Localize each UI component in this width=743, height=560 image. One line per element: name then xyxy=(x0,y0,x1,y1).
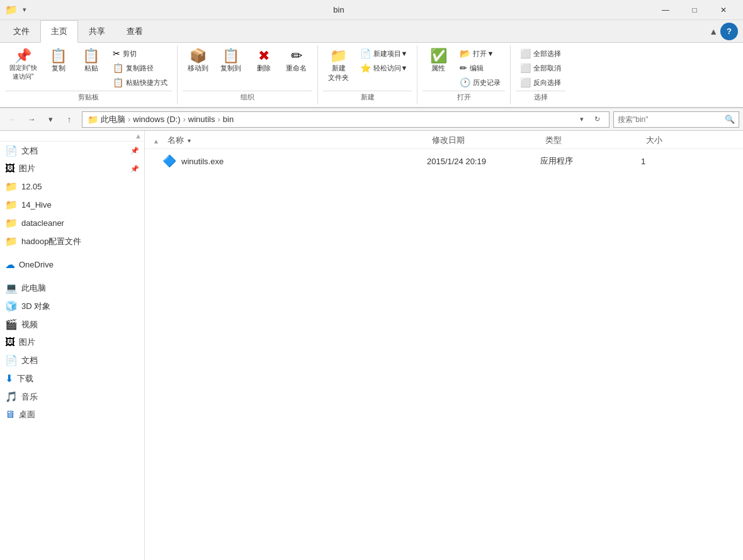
sidebar-label-videos: 视频 xyxy=(21,319,38,330)
maximize-button[interactable]: □ xyxy=(680,0,709,20)
pin-to-quick-access-button[interactable]: 📌 固定到"快速访问" xyxy=(5,47,42,84)
sidebar-item-desktop[interactable]: 🖥 桌面 xyxy=(0,406,144,423)
sidebar-item-music[interactable]: 🎵 音乐 xyxy=(0,388,144,406)
tab-home[interactable]: 主页 xyxy=(40,20,78,43)
file-name: winutils.exe xyxy=(181,157,224,166)
column-name[interactable]: 名称 ▾ xyxy=(162,132,427,148)
new-folder-button[interactable]: 📁 新建文件夹 xyxy=(323,47,354,85)
invert-label: 反向选择 xyxy=(533,78,561,87)
title-bar: 📁 ▾ bin — □ ✕ xyxy=(0,0,743,20)
invert-select-button[interactable]: ⬜ 反向选择 xyxy=(516,76,565,89)
new-item-label: 新建项目▼ xyxy=(373,49,408,59)
sidebar-item-14hive[interactable]: 📁 14_Hive xyxy=(0,196,144,214)
forward-button[interactable]: → xyxy=(23,111,40,128)
select-none-button[interactable]: ⬜ 全部取消 xyxy=(516,61,565,75)
address-dropdown: ▾ ↻ xyxy=(575,112,604,127)
copy-path-button[interactable]: 📋 复制路径 xyxy=(108,61,172,75)
pin-icon-documents: 📌 xyxy=(130,147,139,155)
paste-shortcut-button[interactable]: 📋 粘贴快捷方式 xyxy=(108,76,172,89)
sidebar-label-14hive: 14_Hive xyxy=(21,200,52,210)
pictures2-icon: 🖼 xyxy=(5,337,15,348)
organize-items: 📦 移动到 📋 复制到 ✖ 删除 ✏ 重命名 xyxy=(183,47,312,89)
sidebar-item-1205[interactable]: 📁 12.05 xyxy=(0,177,144,196)
copy-label: 复制 xyxy=(52,64,65,73)
sidebar-item-onedrive[interactable]: ☁ OneDrive xyxy=(0,255,144,274)
file-name-cell: 🔷 winutils.exe xyxy=(157,152,422,171)
tab-file[interactable]: 文件 xyxy=(3,20,40,43)
ribbon-group-open: ✅ 属性 📂 打开▼ ✏ 编辑 🕐 历史记录 打开 xyxy=(417,45,511,104)
sidebar: ▲ 📄 文档 📌 🖼 图片 📌 📁 12.05 📁 14_Hive 📁 data… xyxy=(0,131,145,560)
ribbon-group-new: 📁 新建文件夹 📄 新建项目▼ ⭐ 轻松访问▼ 新建 xyxy=(318,45,418,104)
copy-to-button[interactable]: 📋 复制到 xyxy=(215,47,247,76)
address-bar[interactable]: 📁 此电脑 › windows (D:) › winutils › bin ▾ … xyxy=(82,111,610,128)
copy-to-icon: 📋 xyxy=(222,49,239,63)
properties-button[interactable]: ✅ 属性 xyxy=(423,47,454,76)
edit-button[interactable]: ✏ 编辑 xyxy=(455,61,505,75)
search-bar[interactable]: 🔍 xyxy=(613,111,739,128)
back-button[interactable]: ← xyxy=(4,111,21,128)
tab-view[interactable]: 查看 xyxy=(116,20,154,43)
column-date[interactable]: 修改日期 xyxy=(427,132,540,148)
ribbon-group-organize: 📦 移动到 📋 复制到 ✖ 删除 ✏ 重命名 组织 xyxy=(178,45,318,104)
sidebar-label-datacleaner: datacleaner xyxy=(21,218,64,228)
sidebar-item-documents2[interactable]: 📄 文档 xyxy=(0,351,144,369)
delete-button[interactable]: ✖ 删除 xyxy=(248,47,280,76)
copy-path-label: 复制路径 xyxy=(126,64,154,73)
cut-label: 剪切 xyxy=(123,49,137,59)
tab-share[interactable]: 共享 xyxy=(78,20,116,43)
copy-path-icon: 📋 xyxy=(113,63,123,73)
recent-button[interactable]: ▾ xyxy=(42,111,59,128)
invert-icon: ⬜ xyxy=(520,77,531,87)
minimize-button[interactable]: — xyxy=(651,0,680,20)
sidebar-item-3d-objects[interactable]: 🧊 3D 对象 xyxy=(0,297,144,315)
sidebar-label-music: 音乐 xyxy=(21,391,38,403)
cut-button[interactable]: ✂ 剪切 xyxy=(108,47,172,60)
select-all-button[interactable]: ⬜ 全部选择 xyxy=(516,47,565,60)
search-input[interactable] xyxy=(618,115,722,124)
search-icon[interactable]: 🔍 xyxy=(725,115,735,124)
open-button[interactable]: 📂 打开▼ xyxy=(455,47,505,60)
sidebar-item-pictures[interactable]: 🖼 图片 📌 xyxy=(0,160,144,177)
main-area: ▲ 📄 文档 📌 🖼 图片 📌 📁 12.05 📁 14_Hive 📁 data… xyxy=(0,131,743,560)
sidebar-up-arrow[interactable]: ▲ xyxy=(135,132,142,140)
sidebar-item-downloads[interactable]: ⬇ 下载 xyxy=(0,369,144,388)
address-dropdown-button[interactable]: ▾ xyxy=(575,112,589,127)
folder-14hive-icon: 📁 xyxy=(5,199,18,211)
rename-button[interactable]: ✏ 重命名 xyxy=(281,47,312,76)
history-button[interactable]: 🕐 历史记录 xyxy=(455,76,505,89)
select-items: ⬜ 全部选择 ⬜ 全部取消 ⬜ 反向选择 xyxy=(516,47,565,89)
sidebar-item-pictures2[interactable]: 🖼 图片 xyxy=(0,333,144,351)
copy-button[interactable]: 📋 复制 xyxy=(43,47,74,76)
copy-to-label: 复制到 xyxy=(220,64,241,73)
address-pc: 此电脑 xyxy=(101,114,125,125)
open-group-label: 打开 xyxy=(423,91,505,103)
sidebar-label-desktop: 桌面 xyxy=(19,409,35,420)
paste-button[interactable]: 📋 粘贴 xyxy=(76,47,107,76)
sidebar-item-documents[interactable]: 📄 文档 📌 xyxy=(0,142,144,160)
copy-icon: 📋 xyxy=(50,49,67,63)
move-to-button[interactable]: 📦 移动到 xyxy=(183,47,214,76)
close-button[interactable]: ✕ xyxy=(709,0,738,20)
properties-icon: ✅ xyxy=(430,49,447,63)
new-item-button[interactable]: 📄 新建项目▼ xyxy=(356,47,412,60)
delete-label: 删除 xyxy=(257,64,271,73)
sidebar-item-datacleaner[interactable]: 📁 datacleaner xyxy=(0,214,144,232)
sidebar-item-hadoop[interactable]: 📁 hadoop配置文件 xyxy=(0,232,144,250)
up-button[interactable]: ↑ xyxy=(60,111,78,128)
ribbon-collapse-button[interactable]: ▲ xyxy=(709,26,718,36)
sidebar-label-hadoop: hadoop配置文件 xyxy=(21,236,81,247)
folder-hadoop-icon: 📁 xyxy=(5,235,18,247)
sidebar-item-this-pc[interactable]: 💻 此电脑 xyxy=(0,279,144,297)
sidebar-item-videos[interactable]: 🎬 视频 xyxy=(0,315,144,333)
address-drive: windows (D:) xyxy=(133,115,180,124)
ribbon-help-button[interactable]: ? xyxy=(720,23,738,40)
desktop-icon: 🖥 xyxy=(5,409,15,420)
column-type[interactable]: 类型 xyxy=(540,132,641,148)
pictures-icon: 🖼 xyxy=(5,163,15,174)
easy-access-button[interactable]: ⭐ 轻松访问▼ xyxy=(356,61,412,75)
table-row[interactable]: 🔷 winutils.exe 2015/1/24 20:19 应用程序 1 xyxy=(145,149,743,173)
column-size[interactable]: 大小 xyxy=(641,132,743,148)
address-refresh-button[interactable]: ↻ xyxy=(590,112,604,127)
documents-icon: 📄 xyxy=(5,145,18,157)
collapse-arrow[interactable]: ▲ xyxy=(153,138,159,145)
